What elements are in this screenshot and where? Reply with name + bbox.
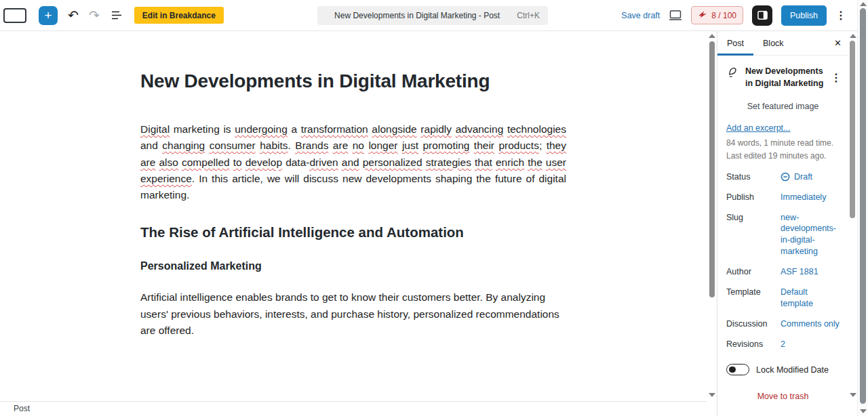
misspelled-word: experience [140,173,192,184]
window-scrollbar-thumb[interactable] [860,8,866,404]
post-options-kebab-icon[interactable]: ⋮ [831,66,842,89]
misspelled-word: just [402,140,418,151]
tab-post[interactable]: Post [717,31,753,56]
post-title-block[interactable]: New Developments in Digital Marketing [140,70,566,92]
row-value[interactable]: 2 [781,339,840,350]
lock-modified-date-label: Lock Modified Date [756,365,829,375]
post-card-title: New Developments in Digital Marketing [745,66,825,89]
misspelled-word: transformation [301,123,368,135]
row-value-text: new-developments-in-digital-marketing [781,212,840,258]
sidebar-tabs: Post Block ✕ [717,31,848,56]
undo-icon[interactable]: ↶ [68,6,79,25]
command-shortcut: Ctrl+K [517,11,548,20]
row-value[interactable]: ASF 1881 [781,266,840,278]
toggle-knob [729,367,736,373]
settings-sidebar: Post Block ✕ New Developments in Digital… [717,31,848,416]
misspelled-word: alongside [372,123,416,135]
misspelled-word: are [333,140,348,151]
row-value[interactable]: Immediately [781,192,840,203]
misspelled-word: they [547,140,566,151]
scroll-up-arrow-icon[interactable] [860,2,867,6]
save-draft-button[interactable]: Save draft [621,11,660,20]
word: ; [539,140,542,151]
post-summary-rows: Status Draft Publish Immediately Slug ne… [717,163,848,350]
summary-row: Status Draft [726,171,840,183]
settings-sidebar-toggle-icon[interactable] [752,5,772,26]
content-scrollbar-thumb[interactable] [709,41,715,297]
options-kebab-icon[interactable]: ⋮ [835,5,846,26]
misspelled-word: driven [309,157,338,168]
seo-score-value: 8 / 100 [711,11,736,20]
scroll-down-arrow-icon[interactable] [850,393,856,397]
row-value-text: 2 [781,339,785,350]
site-logo[interactable] [3,8,26,23]
misspelled-word: products [498,140,538,151]
misspelled-word: Brands [295,140,328,151]
scroll-up-arrow-icon[interactable] [709,34,715,38]
topbar-actions: Save draft 8 / 100 [621,5,857,26]
post-summary-card: New Developments in Digital Marketing ⋮ [717,56,848,93]
row-value-text: Comments only [781,318,840,330]
row-value-text: ASF 1881 [781,266,818,278]
misspelled-word: changing [162,140,205,151]
preview-icon[interactable] [669,9,682,21]
editor-topbar: + ↶ ↷ Edit in Breakdance New Development… [0,0,857,31]
row-value[interactable]: Draft [781,171,840,183]
misspelled-word: and [342,157,359,168]
sidebar-scrollbar-thumb[interactable] [850,41,855,218]
misspelled-word: personalized [363,157,422,168]
misspelled-word: consumer [210,140,256,151]
post-content: New Developments in Digital Marketing Di… [140,70,566,339]
seo-score-icon [698,10,707,20]
document-command-bar[interactable]: New Developments in Digital Marketing - … [317,6,548,25]
row-value[interactable]: Comments only [781,318,840,330]
row-value[interactable]: Default template [781,287,840,310]
row-value-text: Draft [794,171,812,183]
scroll-down-arrow-icon[interactable] [860,409,867,413]
editor-canvas[interactable]: New Developments in Digital Marketing Di… [0,31,707,401]
last-edited-text: Last edited 19 minutes ago. [717,150,848,163]
summary-row: Author ASF 1881 [726,266,840,278]
list-view-icon[interactable] [110,9,123,21]
row-label: Discussion [726,318,781,330]
post-heading-3[interactable]: Personalized Marketing [140,260,566,272]
lock-modified-date-toggle[interactable] [726,364,749,375]
post-paragraph-2[interactable]: Artificial intelligence enables brands t… [140,289,566,339]
breadcrumb[interactable]: Post [14,404,30,413]
misspelled-word: Digital [140,123,170,135]
summary-row: Discussion Comments only [726,318,840,330]
row-value[interactable]: new-developments-in-digital-marketing [781,212,840,258]
lock-modified-date-row: Lock Modified Date [717,358,848,375]
scroll-up-arrow-icon[interactable] [850,34,856,38]
edit-in-breakdance-button[interactable]: Edit in Breakdance [134,7,224,24]
set-featured-image-button[interactable]: Set featured image [717,93,848,114]
misspelled-word: that [475,157,492,168]
misspelled-word: their [474,140,494,151]
word: a [291,123,297,135]
block-inserter-button[interactable]: + [39,6,58,25]
misspelled-word: compelled [182,157,230,168]
post-pen-icon [726,66,739,89]
seo-score-badge[interactable]: 8 / 100 [691,6,743,24]
publish-button[interactable]: Publish [781,5,827,26]
misspelled-word: to [233,157,242,168]
add-excerpt-link[interactable]: Add an excerpt... [726,123,791,133]
post-paragraph-1[interactable]: Digital marketing is undergoing a transf… [140,121,566,203]
draft-status-icon [781,172,790,182]
summary-row: Revisions 2 [726,339,840,350]
tab-block[interactable]: Block [753,31,793,56]
word: and [140,140,158,151]
redo-icon[interactable]: ↷ [89,6,100,25]
move-to-trash-button[interactable]: Move to trash [717,375,848,416]
document-title: New Developments in Digital Marketing - … [317,11,517,20]
misspelled-word: the [528,157,542,168]
close-icon[interactable]: ✕ [834,38,842,48]
misspelled-word: undergoing [235,123,288,135]
summary-row: Publish Immediately [726,192,840,203]
misspelled-word: technologies [507,123,566,135]
scroll-down-arrow-icon[interactable] [709,393,715,397]
editor-footer: Post [0,401,707,416]
wordpress-editor: + ↶ ↷ Edit in Breakdance New Development… [0,0,868,416]
post-heading-2[interactable]: The Rise of Artificial Intelligence and … [140,224,566,241]
misspelled-word: strategies [426,157,471,168]
